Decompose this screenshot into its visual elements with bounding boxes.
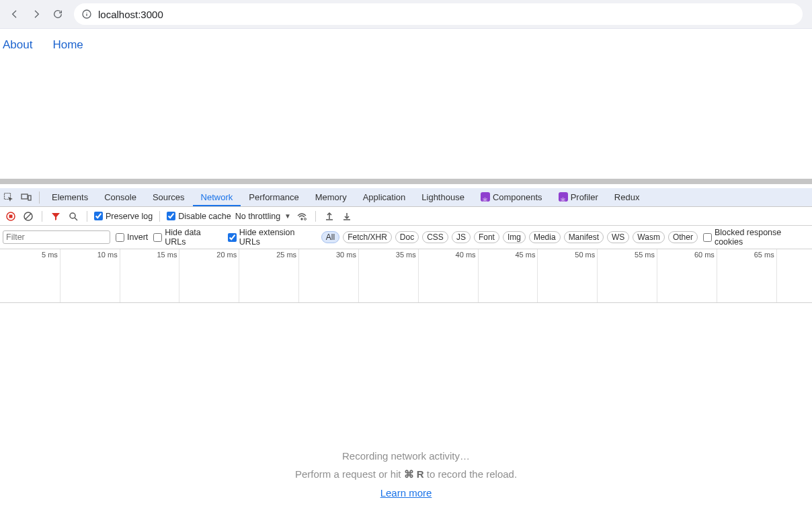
- chip-media[interactable]: Media: [529, 231, 561, 243]
- devtools-resize-handle[interactable]: [0, 179, 812, 184]
- reload-icon: [52, 9, 63, 19]
- page-link-about[interactable]: About: [3, 38, 32, 167]
- tab-application[interactable]: Application: [355, 189, 414, 206]
- tab-elements[interactable]: Elements: [44, 189, 96, 206]
- chip-js[interactable]: JS: [452, 231, 471, 243]
- disable-cache-checkbox[interactable]: Disable cache: [167, 212, 231, 221]
- tab-memory[interactable]: Memory: [307, 189, 355, 206]
- timeline-gridline: [776, 249, 777, 302]
- timeline-overview[interactable]: 5 ms10 ms15 ms20 ms25 ms30 ms35 ms40 ms4…: [0, 249, 812, 303]
- chevron-down-icon: ▼: [284, 212, 291, 220]
- timeline-gridline: [239, 249, 239, 302]
- chip-fetch-xhr[interactable]: Fetch/XHR: [343, 231, 392, 243]
- chip-other[interactable]: Other: [668, 231, 698, 243]
- timeline-tick-label: 35 ms: [396, 251, 418, 259]
- timeline-tick-label: 55 ms: [635, 251, 657, 259]
- tab-profiler[interactable]: Profiler: [551, 189, 606, 206]
- device-toolbar-button[interactable]: [17, 189, 35, 206]
- timeline-gridline: [298, 249, 299, 302]
- timeline-tick-label: 65 ms: [754, 251, 776, 259]
- arrow-right-icon: [31, 9, 42, 19]
- timeline-tick-label: 40 ms: [456, 251, 478, 259]
- timeline-gridline: [358, 249, 359, 302]
- learn-more-link[interactable]: Learn more: [380, 487, 432, 499]
- svg-line-9: [26, 214, 31, 219]
- timeline-tick-label: 10 ms: [97, 251, 120, 259]
- browser-toolbar: [0, 0, 812, 29]
- blocked-cookies-checkbox[interactable]: Blocked response cookies: [703, 228, 809, 247]
- timeline-tick-label: 50 ms: [575, 251, 597, 259]
- checkbox-label: Invert: [127, 232, 148, 242]
- arrow-left-icon: [9, 9, 20, 19]
- timeline-tick-label: 15 ms: [157, 251, 179, 259]
- empty-state-title: Recording network activity…: [0, 450, 812, 462]
- chip-all[interactable]: All: [321, 231, 339, 243]
- network-filter-bar: Invert Hide data URLs Hide extension URL…: [0, 226, 812, 249]
- timeline-gridline: [60, 249, 60, 302]
- network-toolbar: Preserve log Disable cache No throttling…: [0, 207, 812, 226]
- inspect-element-button[interactable]: [0, 189, 17, 206]
- svg-point-10: [70, 213, 75, 218]
- divider: [39, 191, 40, 204]
- tab-label: Profiler: [571, 192, 598, 202]
- tab-components[interactable]: Components: [473, 189, 551, 206]
- chip-css[interactable]: CSS: [422, 231, 448, 243]
- hint-suffix: to record the reload.: [424, 468, 517, 480]
- preserve-log-checkbox[interactable]: Preserve log: [94, 212, 153, 221]
- search-button[interactable]: [67, 210, 80, 223]
- timeline-gridline: [478, 249, 479, 302]
- timeline-gridline: [717, 249, 717, 302]
- invert-checkbox[interactable]: Invert: [116, 232, 148, 242]
- throttling-select[interactable]: No throttling ▼: [235, 212, 291, 221]
- filter-toggle-button[interactable]: [49, 210, 63, 223]
- checkbox-label: Blocked response cookies: [715, 228, 809, 247]
- timeline-gridline: [120, 249, 120, 302]
- forward-button[interactable]: [27, 5, 46, 24]
- divider: [159, 211, 160, 222]
- tab-sources[interactable]: Sources: [145, 189, 193, 206]
- download-har-button[interactable]: [340, 210, 354, 223]
- divider: [87, 211, 87, 222]
- record-button[interactable]: [4, 210, 17, 223]
- chip-wasm[interactable]: Wasm: [633, 231, 665, 243]
- svg-point-12: [301, 218, 302, 220]
- svg-point-13: [304, 218, 307, 220]
- chip-img[interactable]: Img: [503, 231, 526, 243]
- site-info-icon[interactable]: [81, 8, 93, 20]
- timeline-tick-label: 45 ms: [515, 251, 537, 259]
- tab-network[interactable]: Network: [193, 189, 241, 206]
- timeline-tick-label: 30 ms: [336, 251, 358, 259]
- empty-state-hint: Perform a request or hit ⌘ R to record t…: [0, 468, 812, 480]
- timeline-gridline: [537, 249, 538, 302]
- upload-har-button[interactable]: [323, 210, 336, 223]
- reload-button[interactable]: [48, 5, 67, 24]
- back-button[interactable]: [5, 5, 24, 24]
- svg-rect-4: [22, 194, 28, 199]
- tab-performance[interactable]: Performance: [241, 189, 307, 206]
- address-bar[interactable]: [74, 3, 803, 25]
- chip-ws[interactable]: WS: [607, 231, 629, 243]
- clear-button[interactable]: [22, 210, 35, 223]
- hide-extension-urls-checkbox[interactable]: Hide extension URLs: [228, 228, 316, 247]
- chip-manifest[interactable]: Manifest: [564, 231, 604, 243]
- devtools-tabs: Elements Console Sources Network Perform…: [0, 188, 812, 207]
- url-input[interactable]: [98, 9, 796, 20]
- timeline-tick-label: 25 ms: [276, 251, 298, 259]
- checkbox-label: Disable cache: [178, 212, 231, 221]
- tab-lighthouse[interactable]: Lighthouse: [413, 189, 473, 206]
- react-icon: [481, 192, 490, 202]
- chip-font[interactable]: Font: [474, 231, 499, 243]
- network-conditions-button[interactable]: [295, 210, 309, 223]
- timeline-tick-label: 5 ms: [42, 251, 60, 259]
- timeline-tick-label: 60 ms: [694, 251, 717, 259]
- filter-input[interactable]: [3, 230, 110, 244]
- tab-redux[interactable]: Redux: [606, 189, 648, 206]
- hide-data-urls-checkbox[interactable]: Hide data URLs: [153, 228, 222, 247]
- checkbox-label: Hide extension URLs: [239, 228, 316, 247]
- timeline-tick-label: 20 ms: [216, 251, 239, 259]
- devtools-panel: Elements Console Sources Network Perform…: [0, 188, 812, 512]
- chip-doc[interactable]: Doc: [395, 231, 419, 243]
- page-link-home[interactable]: Home: [52, 38, 83, 167]
- timeline-gridline: [657, 249, 657, 302]
- tab-console[interactable]: Console: [96, 189, 145, 206]
